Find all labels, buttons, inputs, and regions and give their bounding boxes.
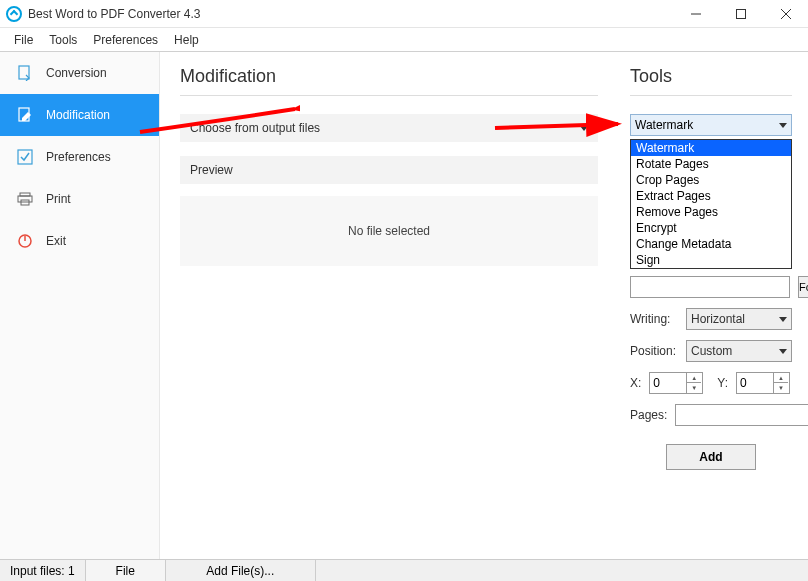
- sidebar-item-label: Preferences: [46, 150, 111, 164]
- x-field[interactable]: [650, 376, 686, 390]
- menu-tools[interactable]: Tools: [41, 28, 85, 52]
- tools-heading: Tools: [630, 66, 792, 87]
- center-panel: Modification Choose from output files Pr…: [160, 52, 618, 559]
- main-area: Conversion Modification Preferences Prin…: [0, 52, 808, 559]
- y-label: Y:: [717, 376, 728, 390]
- window-controls: [673, 0, 808, 28]
- input-files-label: Input files:: [10, 564, 65, 578]
- sidebar-item-exit[interactable]: Exit: [0, 220, 159, 262]
- window-title: Best Word to PDF Converter 4.3: [28, 7, 673, 21]
- font-button[interactable]: Font: [798, 276, 808, 298]
- input-files-count: 1: [68, 564, 75, 578]
- page-title: Modification: [180, 66, 598, 87]
- add-button[interactable]: Add: [666, 444, 756, 470]
- add-files-button[interactable]: Add File(s)...: [166, 560, 316, 581]
- menubar: File Tools Preferences Help: [0, 28, 808, 52]
- chevron-down-icon: [779, 317, 787, 322]
- position-select[interactable]: Custom: [686, 340, 792, 362]
- tool-dropdown-list: Watermark Rotate Pages Crop Pages Extrac…: [630, 139, 792, 269]
- tool-option-remove[interactable]: Remove Pages: [631, 204, 791, 220]
- y-down[interactable]: ▼: [773, 383, 788, 393]
- tool-option-rotate[interactable]: Rotate Pages: [631, 156, 791, 172]
- minimize-button[interactable]: [673, 0, 718, 28]
- y-input[interactable]: ▲▼: [736, 372, 790, 394]
- menu-help[interactable]: Help: [166, 28, 207, 52]
- divider: [630, 95, 792, 96]
- titlebar: Best Word to PDF Converter 4.3: [0, 0, 808, 28]
- power-icon: [16, 232, 34, 250]
- menu-preferences[interactable]: Preferences: [85, 28, 166, 52]
- writing-row: Writing: Horizontal: [630, 308, 792, 330]
- x-label: X:: [630, 376, 641, 390]
- svg-rect-1: [736, 9, 745, 18]
- pages-label: Pages:: [630, 408, 667, 422]
- output-files-label: Choose from output files: [190, 121, 320, 135]
- pages-row: Pages:: [630, 404, 792, 426]
- y-field[interactable]: [737, 376, 773, 390]
- sidebar-item-print[interactable]: Print: [0, 178, 159, 220]
- app-icon: [6, 6, 22, 22]
- svg-rect-6: [18, 150, 32, 164]
- chevron-down-icon: [580, 126, 588, 131]
- close-button[interactable]: [763, 0, 808, 28]
- file-button-label: File: [116, 564, 135, 578]
- sidebar: Conversion Modification Preferences Prin…: [0, 52, 160, 559]
- svg-rect-8: [18, 196, 32, 202]
- tool-select[interactable]: Watermark: [630, 114, 792, 136]
- position-value: Custom: [691, 344, 732, 358]
- preview-area: No file selected: [180, 196, 598, 266]
- text-row: Font: [630, 276, 792, 298]
- writing-value: Horizontal: [691, 312, 745, 326]
- preview-label: Preview: [190, 163, 233, 177]
- x-up[interactable]: ▲: [686, 373, 701, 383]
- tool-option-metadata[interactable]: Change Metadata: [631, 236, 791, 252]
- pages-input[interactable]: [675, 404, 808, 426]
- tool-option-crop[interactable]: Crop Pages: [631, 172, 791, 188]
- menu-file[interactable]: File: [6, 28, 41, 52]
- sidebar-item-label: Modification: [46, 108, 110, 122]
- watermark-text-input[interactable]: [630, 276, 790, 298]
- sidebar-item-modification[interactable]: Modification: [0, 94, 159, 136]
- writing-select[interactable]: Horizontal: [686, 308, 792, 330]
- printer-icon: [16, 190, 34, 208]
- x-down[interactable]: ▼: [686, 383, 701, 393]
- output-files-dropdown[interactable]: Choose from output files: [180, 114, 598, 142]
- sidebar-item-label: Print: [46, 192, 71, 206]
- tool-option-sign[interactable]: Sign: [631, 252, 791, 268]
- y-up[interactable]: ▲: [773, 373, 788, 383]
- sidebar-item-label: Exit: [46, 234, 66, 248]
- document-edit-icon: [16, 106, 34, 124]
- chevron-down-icon: [779, 349, 787, 354]
- writing-label: Writing:: [630, 312, 678, 326]
- xy-row: X: ▲▼ Y: ▲▼: [630, 372, 792, 394]
- position-label: Position:: [630, 344, 678, 358]
- sidebar-item-preferences[interactable]: Preferences: [0, 136, 159, 178]
- x-input[interactable]: ▲▼: [649, 372, 703, 394]
- tool-option-extract[interactable]: Extract Pages: [631, 188, 791, 204]
- sidebar-item-label: Conversion: [46, 66, 107, 80]
- maximize-button[interactable]: [718, 0, 763, 28]
- add-files-label: Add File(s)...: [206, 564, 274, 578]
- sidebar-item-conversion[interactable]: Conversion: [0, 52, 159, 94]
- file-button[interactable]: File: [86, 560, 166, 581]
- input-files-status: Input files: 1: [0, 560, 86, 581]
- tools-panel: Tools Watermark Watermark Rotate Pages C…: [618, 52, 808, 559]
- chevron-down-icon: [779, 123, 787, 128]
- statusbar: Input files: 1 File Add File(s)...: [0, 559, 808, 581]
- no-file-text: No file selected: [348, 224, 430, 238]
- checkbox-icon: [16, 148, 34, 166]
- divider: [180, 95, 598, 96]
- tool-select-value: Watermark: [635, 118, 693, 132]
- preview-header: Preview: [180, 156, 598, 184]
- document-convert-icon: [16, 64, 34, 82]
- position-row: Position: Custom: [630, 340, 792, 362]
- tool-option-encrypt[interactable]: Encrypt: [631, 220, 791, 236]
- tool-option-watermark[interactable]: Watermark: [631, 140, 791, 156]
